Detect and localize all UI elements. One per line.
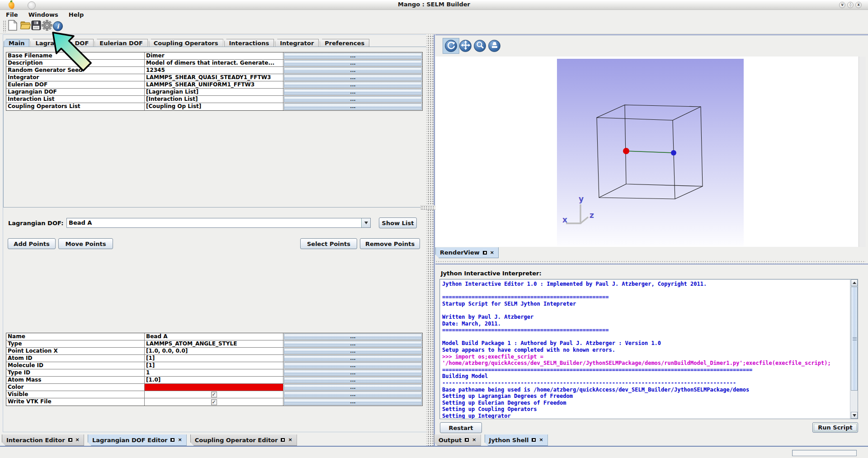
console-splitter[interactable] [435, 260, 866, 264]
close-tab-icon[interactable]: × [178, 438, 182, 442]
property-value[interactable]: 12345 [145, 67, 283, 74]
edit-button[interactable]: ... [284, 104, 422, 110]
edit-button[interactable]: ... [284, 355, 422, 361]
axis-z-label: z [590, 211, 594, 220]
tab-output[interactable]: Output× [434, 434, 481, 446]
move-points-button[interactable]: Move Points [58, 238, 113, 249]
viewport-scrollbar[interactable] [859, 57, 866, 247]
edit-button[interactable]: ... [284, 96, 422, 102]
property-value[interactable]: Model of dimers that interact. Generate.… [145, 60, 283, 66]
chevron-down-icon [364, 222, 368, 224]
property-label: Atom Mass [6, 377, 145, 383]
edit-button[interactable]: ... [284, 334, 422, 340]
menu-help[interactable]: Help [66, 11, 86, 19]
float-window-icon[interactable] [532, 438, 536, 442]
select-points-button[interactable]: Select Points [300, 238, 357, 249]
float-window-icon[interactable] [170, 438, 175, 442]
edit-button[interactable]: ... [284, 82, 422, 88]
edit-button[interactable]: ... [284, 75, 422, 80]
close-button[interactable]: x [855, 2, 862, 8]
property-value[interactable]: LAMMPS_SHEAR_UNIFORM1_FFTW3 [145, 81, 283, 88]
scroll-up-button[interactable] [851, 279, 858, 286]
tab-integrator[interactable]: Integrator [275, 39, 319, 47]
bead-blue[interactable] [671, 150, 676, 156]
bead-red[interactable] [623, 148, 629, 154]
tab-renderview[interactable]: RenderView× [435, 247, 499, 258]
console-text[interactable]: Jython Interactive Editor 1.0 : Implemen… [442, 281, 849, 419]
remove-points-button[interactable]: Remove Points [360, 238, 420, 249]
edit-button[interactable]: ... [284, 363, 422, 368]
edit-button[interactable]: ... [284, 341, 422, 347]
run-script-button[interactable]: Run Script [812, 422, 858, 433]
jython-console[interactable]: Jython Interactive Editor 1.0 : Implemen… [439, 279, 858, 419]
visible-checkbox[interactable]: ✓ [211, 392, 217, 397]
tab-interaction-editor[interactable]: Interaction Editor× [2, 434, 84, 446]
status-bar [0, 447, 868, 458]
float-window-icon[interactable] [483, 251, 487, 255]
tab-lagrangian-dof-editor[interactable]: Lagrangian DOF Editor× [88, 434, 187, 446]
edit-button[interactable]: ... [284, 67, 422, 73]
write-vtk-checkbox[interactable]: ✓ [211, 399, 217, 405]
vertical-splitter[interactable] [426, 34, 434, 447]
pan-view-button[interactable] [459, 40, 472, 52]
menu-file[interactable]: File [4, 11, 20, 19]
new-document-button[interactable] [7, 20, 19, 32]
lagrangian-dof-combobox[interactable]: Bead A [66, 218, 371, 228]
property-value[interactable]: Dimer [145, 52, 283, 59]
tab-coupling-operator-editor[interactable]: Coupling Operator Editor× [190, 434, 297, 446]
property-value[interactable]: [1.0, 0.0, 0.0] [145, 348, 283, 354]
close-tab-icon[interactable]: × [539, 438, 543, 442]
tab-coupling-operators[interactable]: Coupling Operators [149, 39, 223, 47]
float-window-icon[interactable] [465, 438, 469, 442]
property-value[interactable]: [Interaction List] [145, 96, 283, 103]
edit-button[interactable]: ... [284, 53, 422, 59]
minimize-button[interactable]: v [839, 2, 845, 8]
property-value[interactable]: LAMMPS_SHEAR_QUASI_STEADY1_FFTW3 [145, 74, 283, 81]
property-value[interactable]: [1] [145, 355, 283, 362]
close-tab-icon[interactable]: × [490, 251, 494, 255]
close-tab-icon[interactable]: × [75, 438, 80, 442]
float-window-icon[interactable] [281, 438, 285, 442]
property-value[interactable]: [1] [145, 362, 283, 369]
scroll-down-button[interactable] [851, 412, 858, 419]
color-swatch[interactable] [145, 384, 283, 391]
maximize-button[interactable]: ◊ [847, 2, 854, 8]
toolbar-grip[interactable] [3, 20, 7, 32]
edit-button[interactable]: ... [284, 392, 422, 397]
table-row: TypeLAMMPS_ATOM_ANGLE_STYLE... [6, 340, 422, 348]
property-value[interactable]: [1.0] [145, 377, 283, 383]
property-value[interactable]: 1 [145, 369, 283, 376]
close-tab-icon[interactable]: × [288, 438, 292, 442]
tab-preferences[interactable]: Preferences [320, 39, 369, 47]
edit-button[interactable]: ... [284, 89, 422, 95]
tab-jython-shell[interactable]: Jython Shell× [485, 434, 548, 446]
close-tab-icon[interactable]: × [472, 438, 476, 442]
float-window-icon[interactable] [68, 438, 72, 442]
edit-button[interactable]: ... [284, 348, 422, 354]
combobox-dropdown-button[interactable] [361, 218, 370, 227]
zoom-view-button[interactable] [474, 40, 486, 52]
edit-button[interactable]: ... [284, 60, 422, 66]
tab-interactions[interactable]: Interactions [224, 39, 274, 47]
show-list-button[interactable]: Show List [379, 217, 417, 228]
edit-button[interactable]: ... [284, 384, 422, 390]
console-line: Model Build Package 1 : Authored by Paul… [442, 340, 849, 347]
restart-button[interactable]: Restart [440, 422, 482, 433]
property-value[interactable]: Bead A [145, 333, 283, 340]
console-scrollbar[interactable] [850, 279, 858, 419]
edit-button[interactable]: ... [284, 377, 422, 383]
edit-button[interactable]: ... [284, 399, 422, 405]
edit-button[interactable]: ... [284, 370, 422, 376]
rotate-view-button[interactable] [445, 40, 457, 52]
tab-main[interactable]: Main [4, 39, 29, 47]
menu-windows[interactable]: Windows [26, 11, 61, 19]
property-value[interactable]: [Coupling Op List] [145, 103, 283, 110]
magnifier-icon [475, 40, 485, 52]
render-canvas[interactable]: x y z [557, 59, 744, 246]
add-points-button[interactable]: Add Points [8, 238, 56, 249]
scrollbar-thumb[interactable] [851, 287, 858, 391]
reset-view-button[interactable] [488, 40, 500, 52]
property-value[interactable]: LAMMPS_ATOM_ANGLE_STYLE [145, 340, 283, 347]
property-value[interactable]: [Lagrangian List] [145, 89, 283, 95]
open-file-button[interactable] [19, 20, 31, 32]
